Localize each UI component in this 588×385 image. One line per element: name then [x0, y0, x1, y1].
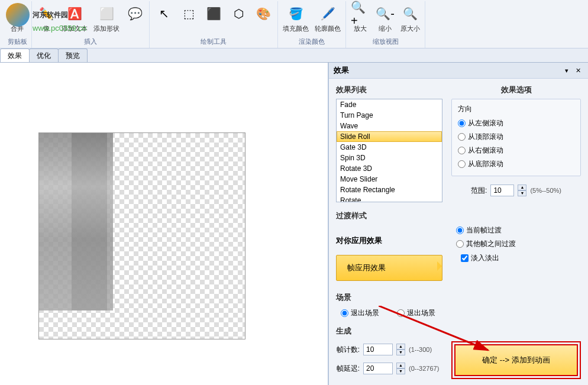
range-hint: (5%--50%) [530, 187, 561, 194]
ribbon-button[interactable]: 🖊️轮廓颜色 [312, 3, 343, 34]
range-label: 范围: [471, 186, 487, 196]
canvas-image-slide [72, 133, 107, 310]
generate-title: 生成 [336, 326, 442, 337]
transition-title: 过渡样式 [336, 211, 442, 221]
panel-dropdown-icon[interactable]: ▾ [563, 67, 571, 75]
ribbon-group-label: 缩放视图 [373, 36, 399, 48]
tab-bar: 效果优化预览 [0, 48, 588, 63]
direction-radio[interactable]: 从顶部滚动 [458, 130, 574, 144]
effect-item[interactable]: Move Slider [337, 174, 442, 185]
effect-item[interactable]: Rotate Rectangle [337, 185, 442, 195]
frame-count-input[interactable] [363, 344, 393, 355]
ribbon-button[interactable]: 🪣填充颜色 [280, 3, 311, 34]
effect-item[interactable]: Wave [337, 121, 442, 131]
ribbon-icon: 🖊️ [318, 4, 337, 23]
effect-item[interactable]: Rotate 3D [337, 163, 442, 174]
ribbon-icon: 🔍- [376, 4, 395, 23]
range-input[interactable] [490, 185, 514, 196]
ribbon-icon: ✏️ [37, 4, 56, 23]
ribbon-button[interactable]: 💬 [123, 3, 147, 24]
effect-item[interactable]: Spin 3D [337, 153, 442, 163]
range-up[interactable]: ▲ [518, 185, 526, 190]
effect-item[interactable]: Rotate [337, 195, 442, 202]
canvas-checkerboard [38, 132, 245, 339]
effect-item[interactable]: Turn Page [337, 110, 442, 121]
frame-delay-input[interactable] [363, 363, 393, 374]
apply-frame-effect-button[interactable]: 帧应用效果 [336, 255, 442, 281]
panel-close-icon[interactable]: ✕ [573, 67, 583, 75]
range-down[interactable]: ▼ [518, 190, 526, 196]
scene-exit-radio-1[interactable]: 退出场景 [341, 306, 379, 320]
ribbon-icon: ⬜ [97, 4, 116, 23]
ribbon-icon: ⬡ [229, 4, 248, 23]
frame-delay-hint: (0--32767) [409, 365, 439, 372]
ribbon-button[interactable]: ⬜添加形状 [91, 3, 122, 34]
ribbon-button[interactable]: 🔍+放大 [348, 3, 372, 34]
scene-title: 场景 [336, 292, 442, 303]
ribbon-icon: 🎨 [254, 4, 273, 23]
ribbon-icon: ⬚ [179, 4, 198, 23]
apply-title: 对你应用效果 [336, 235, 442, 246]
ribbon-button[interactable]: 🅰️添加文本 [59, 3, 90, 34]
canvas-area[interactable] [0, 63, 329, 385]
direction-radio[interactable]: 从左侧滚动 [458, 117, 574, 130]
tab-优化[interactable]: 优化 [29, 48, 59, 62]
current-frame-transition-radio[interactable]: 当前帧过渡 [456, 224, 581, 237]
tab-效果[interactable]: 效果 [0, 48, 30, 62]
ribbon-group-label: 插入 [84, 36, 97, 48]
ribbon-group-label: 渲染颜色 [299, 36, 325, 48]
frame-count-hint: (1--300) [409, 346, 432, 353]
ribbon-group-label: 绘制工具 [201, 36, 227, 48]
frame-delay-down[interactable]: ▼ [396, 368, 405, 374]
ribbon-icon: ⬛ [204, 4, 223, 23]
ribbon-button[interactable]: ⬚ [177, 3, 201, 24]
frame-count-down[interactable]: ▼ [396, 350, 405, 355]
ribbon-button[interactable]: ↖ [152, 3, 176, 24]
ribbon-icon: 🔍 [401, 4, 420, 23]
effect-list-title: 效果列表 [336, 85, 442, 95]
confirm-add-button[interactable]: 确定 --> 添加到动画 [454, 344, 578, 376]
effects-panel: 效果 ▾ ✕ 效果列表 FadeTurn PageWaveSlide RollG… [329, 63, 588, 385]
ribbon-button[interactable]: ⬡ [227, 3, 250, 24]
other-frame-transition-radio[interactable]: 其他帧之间过渡 [456, 237, 581, 251]
confirm-add-button-highlight: 确定 --> 添加到动画 [451, 341, 581, 379]
frame-count-label: 帧计数: [336, 345, 360, 355]
ribbon-icon: ↖ [154, 4, 173, 23]
ribbon-group-label: 剪贴板 [8, 36, 27, 48]
fade-checkbox[interactable]: 淡入淡出 [456, 251, 581, 266]
ribbon-button[interactable]: 🔍原大小 [398, 3, 422, 34]
ribbon-icon: 🅰️ [65, 4, 84, 23]
ribbon: 📋合并剪贴板✏️像🅰️添加文本⬜添加形状💬插入↖⬚⬛⬡🎨绘制工具🪣填充颜色🖊️轮… [0, 0, 588, 48]
ribbon-button[interactable]: 📋合并 [5, 3, 29, 34]
effect-item[interactable]: Gate 3D [337, 142, 442, 153]
ribbon-icon: 🔍+ [351, 4, 370, 23]
frame-count-up[interactable]: ▲ [396, 344, 405, 350]
scene-exit-radio-2[interactable]: 退出场景 [397, 306, 435, 320]
effect-item[interactable]: Slide Roll [337, 131, 442, 142]
ribbon-icon: 📋 [8, 4, 27, 23]
direction-legend: 方向 [458, 104, 574, 114]
ribbon-icon: 🪣 [286, 4, 305, 23]
frame-delay-up[interactable]: ▲ [396, 363, 405, 368]
ribbon-button[interactable]: ✏️像 [34, 3, 58, 34]
tab-预览[interactable]: 预览 [58, 48, 88, 62]
ribbon-button[interactable]: 🎨 [251, 3, 275, 24]
effect-list[interactable]: FadeTurn PageWaveSlide RollGate 3DSpin 3… [336, 99, 442, 202]
frame-delay-label: 帧延迟: [336, 364, 360, 374]
direction-radio[interactable]: 从右侧滚动 [458, 144, 574, 157]
direction-radio[interactable]: 从底部滚动 [458, 157, 574, 171]
ribbon-icon: 💬 [125, 4, 144, 23]
options-title: 效果选项 [451, 85, 581, 95]
ribbon-button[interactable]: ⬛ [202, 3, 225, 24]
panel-title: 效果 [334, 65, 349, 76]
ribbon-button[interactable]: 🔍-缩小 [373, 3, 397, 34]
effect-item[interactable]: Fade [337, 99, 442, 110]
